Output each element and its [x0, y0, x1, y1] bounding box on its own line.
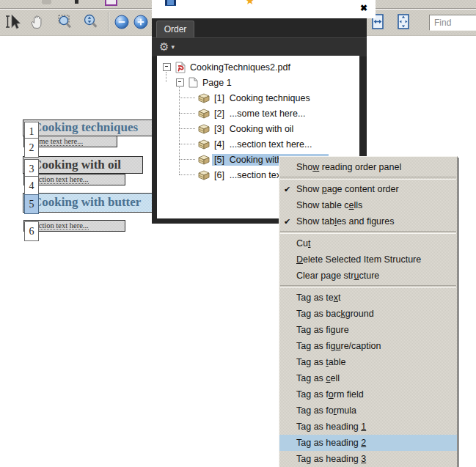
tree-item[interactable]: [2] ...some text here... [157, 107, 305, 119]
menu-item[interactable]: Tag as form field [279, 386, 457, 402]
zoom-in-button[interactable] [131, 12, 150, 32]
menu-item[interactable]: Tag as formula [279, 402, 457, 419]
reading-order-number[interactable]: 6 [24, 221, 39, 241]
select-tool[interactable] [4, 12, 23, 32]
content-box-icon [198, 124, 210, 134]
menu-item-label: Tag as cell [296, 373, 340, 383]
menu-item[interactable]: Tag as figure [279, 322, 457, 338]
menu-item-label: Tag as formula [296, 405, 356, 416]
menu-item-label: Tag as figure [296, 325, 349, 335]
content-region[interactable]: Cooking with oil [23, 156, 143, 174]
menu-item[interactable]: Clear page structure [279, 268, 457, 284]
options-button[interactable]: ⚙ ▾ [159, 40, 175, 54]
menu-item-label: Tag as heading 2 [296, 438, 366, 448]
dynamic-zoom-tool[interactable] [81, 12, 100, 32]
gear-icon: ⚙ [159, 40, 169, 54]
menu-item-label: Tag as form field [296, 389, 364, 400]
tree-item-label: Page 1 [202, 78, 232, 88]
cutoff-icon [75, 0, 78, 4]
check-icon: ✔ [284, 213, 290, 229]
reading-order-number[interactable]: 4 [24, 176, 39, 196]
tab-order[interactable]: Order [156, 21, 194, 37]
menu-item[interactable]: Show reading order panel [279, 159, 457, 175]
tree-item[interactable]: CookingTechniques2.pdf [157, 61, 290, 73]
marquee-zoom-tool[interactable] [55, 12, 74, 32]
tree-item[interactable]: Page 1 [157, 76, 232, 89]
menu-item-label: Tag as text [296, 293, 340, 303]
menu-separator [280, 231, 456, 234]
menu-item-label: Tag as figure/caption [296, 341, 381, 351]
fit-page-button[interactable] [394, 12, 413, 32]
reading-order-number-label: 6 [29, 226, 34, 238]
content-region[interactable]: Cooking with butter [23, 193, 161, 213]
menu-separator [280, 177, 456, 180]
tree-item[interactable]: [1] Cooking techniques [157, 92, 310, 104]
menu-item[interactable]: Delete Selected Item Structure [279, 251, 457, 268]
menu-item-label: Show table cells [296, 200, 362, 210]
reading-order-number[interactable]: 5 [24, 194, 39, 214]
reading-order-number-label: 4 [29, 180, 34, 192]
select-tool-icon [4, 13, 22, 31]
cutoff-blue-icon [165, 0, 176, 6]
tree-item[interactable]: [4] ...section text here... [157, 138, 312, 150]
find-input[interactable]: Find [429, 15, 476, 31]
reading-order-number-label: 3 [29, 163, 34, 175]
menu-item[interactable]: Show table cells [279, 197, 457, 213]
tree-item-label: [2] ...some text here... [214, 109, 305, 119]
reading-order-number-label: 2 [29, 142, 34, 154]
content-box-icon [198, 155, 210, 165]
content-region-text: Cooking techniques [33, 120, 138, 134]
context-menu: Show reading order panel✔Show page conte… [279, 156, 458, 467]
menu-item[interactable]: Tag as text [279, 290, 457, 306]
content-box-icon [198, 93, 210, 103]
menu-item[interactable]: Tag as figure/caption [279, 338, 457, 354]
tree-item-label: [1] Cooking techniques [214, 93, 310, 103]
menu-item[interactable]: Tag as cell [279, 370, 457, 386]
hand-tool-icon [29, 13, 46, 31]
menu-item-label: Tag as table [296, 357, 345, 367]
content-box-icon [198, 109, 210, 119]
page-icon [188, 77, 198, 88]
zoom-in-icon [133, 14, 149, 30]
menu-item[interactable]: Tag as heading 1 [279, 419, 457, 435]
menu-item-label: Tag as heading 3 [296, 454, 366, 464]
tree-item-label: CookingTechniques2.pdf [190, 62, 290, 73]
menu-item[interactable]: Tag as background [279, 306, 457, 322]
hand-tool[interactable] [28, 12, 47, 32]
menu-item-label: Cut [296, 238, 310, 249]
content-region[interactable]: Cooking techniques [23, 119, 160, 136]
menu-item[interactable]: Cut [279, 235, 457, 251]
menu-item-label: Show reading order panel [296, 162, 401, 172]
panel-options-bar: ⚙ ▾ [152, 37, 367, 56]
reading-order-number-label: 1 [29, 126, 34, 138]
pdf-file-icon [175, 62, 186, 73]
marquee-zoom-icon [56, 13, 74, 31]
menu-item-label: Delete Selected Item Structure [296, 254, 421, 265]
collapse-toggle-icon[interactable] [176, 78, 184, 87]
tree-item[interactable]: [3] Cooking with oil [157, 122, 293, 135]
menu-item[interactable]: ✔Show tables and figures [279, 213, 457, 229]
fit-page-icon [395, 13, 411, 31]
content-region-text: some text here... [32, 137, 83, 146]
check-icon: ✔ [284, 181, 290, 197]
menu-item[interactable]: Tag as heading 3 [279, 451, 457, 467]
menu-item-label: Tag as background [296, 309, 374, 319]
menu-item[interactable]: ✔Show page content order [279, 181, 457, 197]
zoom-out-button[interactable] [112, 12, 131, 32]
panel-title-strip: ★ ✖ [152, 0, 376, 18]
tree-item-label: [4] ...section text here... [214, 139, 312, 150]
content-region-text: section text here... [32, 175, 89, 184]
menu-separator [280, 285, 456, 288]
menu-item-label: Tag as heading 1 [296, 422, 366, 432]
chevron-down-icon: ▾ [171, 43, 175, 51]
close-icon[interactable]: ✖ [360, 3, 367, 13]
menu-item-label: Show tables and figures [296, 216, 394, 227]
collapse-toggle-icon[interactable] [163, 63, 171, 71]
menu-item-label: Clear page structure [296, 271, 379, 281]
toolbar-separator [108, 12, 109, 32]
menu-item[interactable]: Tag as table [279, 354, 457, 370]
menu-item[interactable]: Tag as heading 2 [279, 435, 457, 451]
cutoff-star-icon: ★ [245, 0, 258, 7]
reading-order-number[interactable]: 2 [24, 138, 39, 158]
content-region-text: Cooking with oil [33, 158, 121, 172]
